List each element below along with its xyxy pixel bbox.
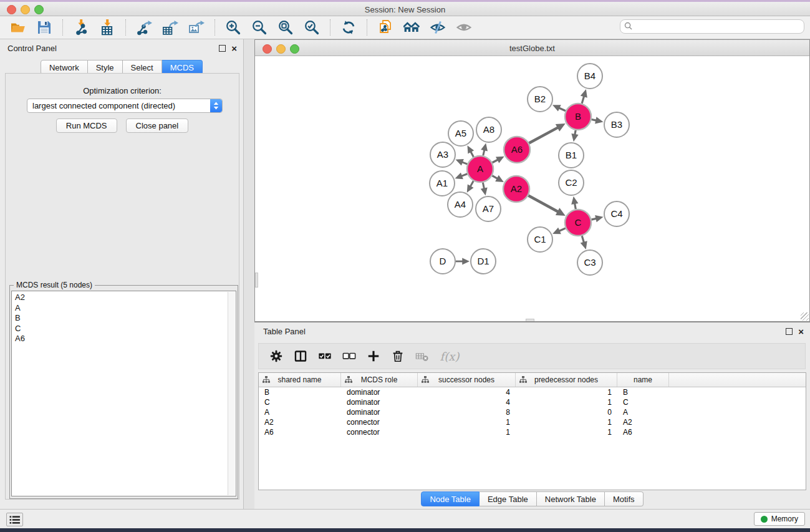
- table-cell[interactable]: 1: [516, 397, 617, 407]
- table-cell[interactable]: dominator: [341, 407, 418, 417]
- float-panel-icon[interactable]: [219, 45, 226, 52]
- table-cell[interactable]: A2: [617, 417, 669, 427]
- home-first-neighbors-icon[interactable]: [402, 18, 422, 37]
- graph-edge-A-A1[interactable]: [461, 174, 467, 177]
- graph-node-A2[interactable]: A2: [503, 176, 529, 202]
- close-panel-icon[interactable]: ×: [231, 46, 237, 52]
- window-resize-grip[interactable]: [801, 312, 809, 321]
- graph-edge-A-A7[interactable]: [483, 183, 484, 189]
- clone-network-icon[interactable]: [375, 18, 395, 37]
- graph-edge-A6-B[interactable]: [529, 127, 558, 143]
- table-cell[interactable]: B: [617, 387, 669, 397]
- close-panel-button[interactable]: Close panel: [126, 118, 189, 133]
- column-header-successor-nodes[interactable]: successor nodes: [418, 373, 516, 387]
- mcds-result-item[interactable]: C: [12, 324, 236, 334]
- graph-node-A1[interactable]: A1: [430, 171, 455, 196]
- graph-edge-A-A3[interactable]: [462, 162, 468, 164]
- canvas-horizontal-scroll-nub[interactable]: [526, 319, 534, 321]
- table-cell[interactable]: 4: [418, 397, 516, 407]
- graph-node-A5[interactable]: A5: [448, 121, 473, 146]
- network-canvas[interactable]: B4B2BB3A8A5A6A3B1AC2A1A2A4A7C4CC1C3DD1: [255, 56, 809, 321]
- graph-node-C2[interactable]: C2: [559, 170, 584, 195]
- close-table-panel-icon[interactable]: ×: [798, 329, 804, 335]
- graph-edge-A-A6[interactable]: [492, 160, 498, 163]
- mcds-result-item[interactable]: A2: [12, 293, 236, 303]
- table-row[interactable]: A6connector11A6: [259, 427, 806, 437]
- search-input[interactable]: [635, 22, 800, 32]
- export-table-icon[interactable]: [160, 18, 180, 37]
- delete-row-icon[interactable]: [388, 348, 407, 364]
- graph-node-A6[interactable]: A6: [504, 137, 530, 163]
- graph-edge-C-C1[interactable]: [559, 228, 566, 231]
- memory-button[interactable]: Memory: [754, 512, 805, 526]
- save-session-icon[interactable]: [34, 18, 54, 37]
- table-cell[interactable]: A2: [259, 417, 341, 427]
- zoom-out-icon[interactable]: [249, 18, 269, 37]
- graph-node-A[interactable]: A: [467, 156, 493, 182]
- graph-node-B[interactable]: B: [565, 104, 591, 130]
- graph-edge-B-B4[interactable]: [582, 96, 584, 104]
- graph-node-A7[interactable]: A7: [476, 196, 501, 221]
- export-network-icon[interactable]: [134, 18, 154, 37]
- graph-node-B2[interactable]: B2: [528, 87, 552, 112]
- table-cell[interactable]: C: [617, 397, 669, 407]
- table-row[interactable]: Bdominator41B: [259, 387, 806, 397]
- graph-node-B1[interactable]: B1: [559, 143, 584, 168]
- import-network-icon[interactable]: [71, 18, 91, 37]
- graph-node-A8[interactable]: A8: [476, 117, 501, 142]
- graph-node-C[interactable]: C: [565, 210, 591, 236]
- result-list-scrollbar[interactable]: [228, 292, 235, 495]
- mcds-result-item[interactable]: B: [12, 313, 236, 324]
- table-cell[interactable]: 0: [516, 407, 617, 417]
- add-row-icon[interactable]: [364, 348, 383, 364]
- table-cell[interactable]: A6: [617, 427, 669, 437]
- graph-node-B4[interactable]: B4: [577, 64, 602, 89]
- table-cell[interactable]: 1: [516, 387, 617, 397]
- export-image-icon[interactable]: [186, 18, 206, 37]
- select-all-icon[interactable]: [316, 348, 334, 364]
- graph-edge-A-A5[interactable]: [471, 152, 474, 157]
- graph-edge-C-C3[interactable]: [582, 236, 584, 243]
- tab-edge-table[interactable]: Edge Table: [480, 491, 537, 506]
- mcds-result-item[interactable]: A: [12, 303, 236, 314]
- graph-edge-A-A8[interactable]: [483, 150, 485, 155]
- table-cell[interactable]: A6: [259, 427, 341, 437]
- table-row[interactable]: Adominator80A: [259, 407, 806, 417]
- criterion-dropdown[interactable]: largest connected component (directed): [27, 99, 223, 113]
- deselect-all-icon[interactable]: [340, 348, 359, 364]
- table-cell[interactable]: dominator: [341, 397, 418, 407]
- tab-network-table[interactable]: Network Table: [537, 491, 605, 506]
- graph-node-C1[interactable]: C1: [528, 227, 552, 252]
- toggle-graphics-details-icon[interactable]: [428, 18, 448, 37]
- zoom-in-icon[interactable]: [223, 18, 243, 37]
- graph-node-C4[interactable]: C4: [604, 201, 629, 226]
- table-cell[interactable]: 8: [418, 407, 516, 417]
- table-cell[interactable]: connector: [341, 427, 418, 437]
- table-cell[interactable]: C: [259, 397, 341, 407]
- graph-node-B3[interactable]: B3: [604, 112, 629, 137]
- float-table-panel-icon[interactable]: [786, 328, 793, 335]
- search-field[interactable]: [620, 19, 804, 34]
- table-cell[interactable]: connector: [341, 417, 418, 427]
- column-header-shared-name[interactable]: shared name: [259, 373, 341, 387]
- table-cell[interactable]: 1: [418, 417, 516, 427]
- tab-node-table[interactable]: Node Table: [421, 491, 480, 506]
- graph-node-C3[interactable]: C3: [577, 250, 602, 275]
- task-history-button[interactable]: [6, 513, 23, 526]
- graph-node-A4[interactable]: A4: [448, 192, 473, 217]
- tab-motifs[interactable]: Motifs: [605, 491, 644, 506]
- table-cell[interactable]: 1: [418, 427, 516, 437]
- column-header-name[interactable]: name: [617, 373, 669, 387]
- table-cell[interactable]: 4: [418, 387, 516, 397]
- graph-edge-A-A2[interactable]: [492, 176, 498, 179]
- column-header-mcds-role[interactable]: MCDS role: [341, 373, 418, 387]
- graph-edge-B-B1[interactable]: [575, 130, 576, 135]
- settings-icon[interactable]: [267, 348, 286, 364]
- zoom-fit-icon[interactable]: [276, 18, 296, 37]
- table-cell[interactable]: A: [259, 407, 341, 417]
- graph-edge-A-A4[interactable]: [470, 181, 473, 186]
- table-cell[interactable]: B: [259, 387, 341, 397]
- graph-edge-C-C4[interactable]: [591, 218, 596, 220]
- zoom-selected-icon[interactable]: [302, 18, 322, 37]
- graph-edge-C-C2[interactable]: [575, 203, 576, 209]
